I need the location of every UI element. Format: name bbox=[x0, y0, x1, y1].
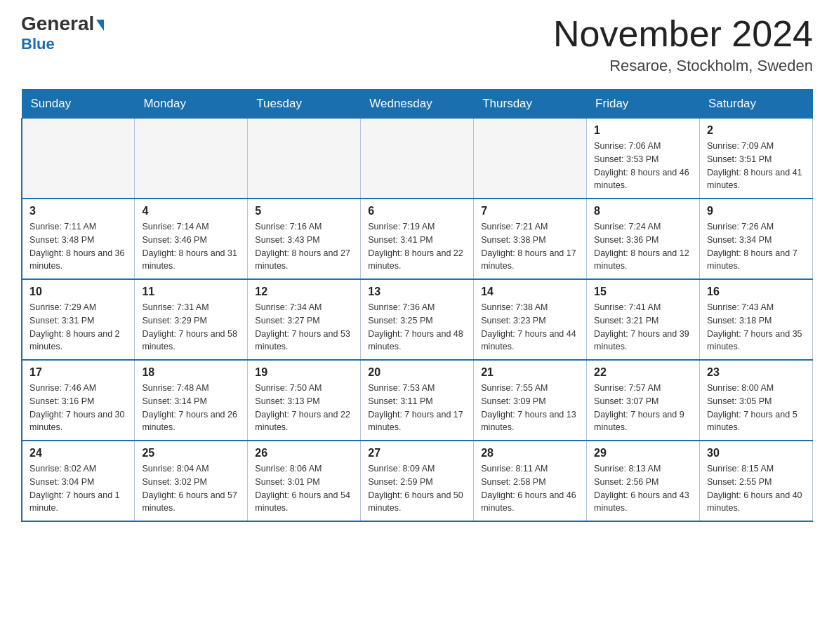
calendar-cell: 22Sunrise: 7:57 AM Sunset: 3:07 PM Dayli… bbox=[587, 360, 700, 441]
title-area: November 2024 Resaroe, Stockholm, Sweden bbox=[553, 14, 813, 75]
day-number: 30 bbox=[707, 447, 805, 459]
calendar-cell bbox=[248, 119, 361, 199]
day-info: Sunrise: 7:21 AM Sunset: 3:38 PM Dayligh… bbox=[481, 220, 579, 273]
calendar-cell: 11Sunrise: 7:31 AM Sunset: 3:29 PM Dayli… bbox=[135, 279, 248, 360]
day-number: 19 bbox=[255, 366, 353, 379]
day-number: 29 bbox=[594, 447, 692, 459]
day-info: Sunrise: 8:00 AM Sunset: 3:05 PM Dayligh… bbox=[707, 382, 805, 434]
day-info: Sunrise: 7:19 AM Sunset: 3:41 PM Dayligh… bbox=[368, 220, 466, 273]
day-number: 21 bbox=[481, 366, 579, 379]
day-number: 2 bbox=[707, 124, 805, 137]
day-number: 23 bbox=[707, 366, 805, 379]
calendar-table: Sunday Monday Tuesday Wednesday Thursday… bbox=[21, 89, 813, 522]
calendar-row-3: 17Sunrise: 7:46 AM Sunset: 3:16 PM Dayli… bbox=[22, 360, 813, 441]
header-row: Sunday Monday Tuesday Wednesday Thursday… bbox=[22, 90, 813, 119]
col-saturday: Saturday bbox=[700, 90, 813, 119]
logo-main-text: General bbox=[21, 14, 104, 34]
calendar-cell: 17Sunrise: 7:46 AM Sunset: 3:16 PM Dayli… bbox=[22, 360, 135, 441]
location-text: Resaroe, Stockholm, Sweden bbox=[553, 57, 813, 75]
calendar-cell: 7Sunrise: 7:21 AM Sunset: 3:38 PM Daylig… bbox=[474, 199, 587, 279]
day-info: Sunrise: 7:31 AM Sunset: 3:29 PM Dayligh… bbox=[142, 301, 240, 354]
day-number: 10 bbox=[29, 286, 127, 298]
calendar-cell bbox=[135, 119, 248, 199]
day-info: Sunrise: 7:50 AM Sunset: 3:13 PM Dayligh… bbox=[255, 382, 353, 434]
calendar-cell: 28Sunrise: 8:11 AM Sunset: 2:58 PM Dayli… bbox=[474, 441, 587, 521]
day-info: Sunrise: 7:34 AM Sunset: 3:27 PM Dayligh… bbox=[255, 301, 353, 354]
day-number: 13 bbox=[368, 286, 466, 298]
day-info: Sunrise: 7:55 AM Sunset: 3:09 PM Dayligh… bbox=[481, 382, 579, 434]
day-info: Sunrise: 7:24 AM Sunset: 3:36 PM Dayligh… bbox=[594, 220, 692, 273]
calendar-cell: 26Sunrise: 8:06 AM Sunset: 3:01 PM Dayli… bbox=[248, 441, 361, 521]
page-header: General Blue November 2024 Resaroe, Stoc… bbox=[21, 14, 813, 75]
day-info: Sunrise: 8:09 AM Sunset: 2:59 PM Dayligh… bbox=[368, 462, 466, 515]
calendar-header: Sunday Monday Tuesday Wednesday Thursday… bbox=[22, 90, 813, 119]
calendar-cell: 21Sunrise: 7:55 AM Sunset: 3:09 PM Dayli… bbox=[474, 360, 587, 441]
calendar-cell: 3Sunrise: 7:11 AM Sunset: 3:48 PM Daylig… bbox=[22, 199, 135, 279]
calendar-cell bbox=[474, 119, 587, 199]
day-number: 7 bbox=[481, 205, 579, 217]
day-number: 26 bbox=[255, 447, 353, 459]
col-sunday: Sunday bbox=[22, 90, 135, 119]
col-tuesday: Tuesday bbox=[248, 90, 361, 119]
day-number: 24 bbox=[29, 447, 127, 459]
day-info: Sunrise: 7:43 AM Sunset: 3:18 PM Dayligh… bbox=[707, 301, 805, 354]
logo: General Blue bbox=[21, 14, 104, 53]
calendar-cell: 1Sunrise: 7:06 AM Sunset: 3:53 PM Daylig… bbox=[587, 119, 700, 199]
calendar-row-2: 10Sunrise: 7:29 AM Sunset: 3:31 PM Dayli… bbox=[22, 279, 813, 360]
day-info: Sunrise: 8:04 AM Sunset: 3:02 PM Dayligh… bbox=[142, 462, 240, 515]
col-monday: Monday bbox=[135, 90, 248, 119]
calendar-cell: 30Sunrise: 8:15 AM Sunset: 2:55 PM Dayli… bbox=[700, 441, 813, 521]
day-info: Sunrise: 8:11 AM Sunset: 2:58 PM Dayligh… bbox=[481, 462, 579, 515]
day-number: 20 bbox=[368, 366, 466, 379]
day-info: Sunrise: 8:02 AM Sunset: 3:04 PM Dayligh… bbox=[29, 462, 127, 515]
day-info: Sunrise: 8:06 AM Sunset: 3:01 PM Dayligh… bbox=[255, 462, 353, 515]
calendar-cell: 25Sunrise: 8:04 AM Sunset: 3:02 PM Dayli… bbox=[135, 441, 248, 521]
day-info: Sunrise: 7:48 AM Sunset: 3:14 PM Dayligh… bbox=[142, 382, 240, 434]
calendar-cell: 12Sunrise: 7:34 AM Sunset: 3:27 PM Dayli… bbox=[248, 279, 361, 360]
day-info: Sunrise: 7:14 AM Sunset: 3:46 PM Dayligh… bbox=[142, 220, 240, 273]
day-number: 11 bbox=[142, 286, 240, 298]
day-number: 17 bbox=[29, 366, 127, 379]
calendar-row-1: 3Sunrise: 7:11 AM Sunset: 3:48 PM Daylig… bbox=[22, 199, 813, 279]
day-info: Sunrise: 7:53 AM Sunset: 3:11 PM Dayligh… bbox=[368, 382, 466, 434]
col-friday: Friday bbox=[587, 90, 700, 119]
calendar-cell: 18Sunrise: 7:48 AM Sunset: 3:14 PM Dayli… bbox=[135, 360, 248, 441]
calendar-cell: 13Sunrise: 7:36 AM Sunset: 3:25 PM Dayli… bbox=[361, 279, 474, 360]
calendar-cell: 27Sunrise: 8:09 AM Sunset: 2:59 PM Dayli… bbox=[361, 441, 474, 521]
day-number: 3 bbox=[29, 205, 127, 217]
day-number: 1 bbox=[594, 124, 692, 137]
day-number: 15 bbox=[594, 286, 692, 298]
calendar-cell: 10Sunrise: 7:29 AM Sunset: 3:31 PM Dayli… bbox=[22, 279, 135, 360]
day-info: Sunrise: 7:36 AM Sunset: 3:25 PM Dayligh… bbox=[368, 301, 466, 354]
calendar-cell: 2Sunrise: 7:09 AM Sunset: 3:51 PM Daylig… bbox=[700, 119, 813, 199]
day-number: 18 bbox=[142, 366, 240, 379]
day-info: Sunrise: 8:15 AM Sunset: 2:55 PM Dayligh… bbox=[707, 462, 805, 515]
day-info: Sunrise: 7:41 AM Sunset: 3:21 PM Dayligh… bbox=[594, 301, 692, 354]
calendar-cell: 4Sunrise: 7:14 AM Sunset: 3:46 PM Daylig… bbox=[135, 199, 248, 279]
calendar-cell: 23Sunrise: 8:00 AM Sunset: 3:05 PM Dayli… bbox=[700, 360, 813, 441]
calendar-cell: 6Sunrise: 7:19 AM Sunset: 3:41 PM Daylig… bbox=[361, 199, 474, 279]
day-number: 22 bbox=[594, 366, 692, 379]
calendar-row-4: 24Sunrise: 8:02 AM Sunset: 3:04 PM Dayli… bbox=[22, 441, 813, 521]
day-number: 5 bbox=[255, 205, 353, 217]
calendar-cell: 29Sunrise: 8:13 AM Sunset: 2:56 PM Dayli… bbox=[587, 441, 700, 521]
day-info: Sunrise: 7:38 AM Sunset: 3:23 PM Dayligh… bbox=[481, 301, 579, 354]
day-number: 9 bbox=[707, 205, 805, 217]
day-number: 14 bbox=[481, 286, 579, 298]
day-info: Sunrise: 7:09 AM Sunset: 3:51 PM Dayligh… bbox=[707, 140, 805, 192]
calendar-row-0: 1Sunrise: 7:06 AM Sunset: 3:53 PM Daylig… bbox=[22, 119, 813, 199]
calendar-cell bbox=[361, 119, 474, 199]
day-number: 8 bbox=[594, 205, 692, 217]
day-info: Sunrise: 7:16 AM Sunset: 3:43 PM Dayligh… bbox=[255, 220, 353, 273]
day-number: 27 bbox=[368, 447, 466, 459]
calendar-cell: 16Sunrise: 7:43 AM Sunset: 3:18 PM Dayli… bbox=[700, 279, 813, 360]
calendar-cell bbox=[22, 119, 135, 199]
day-info: Sunrise: 7:11 AM Sunset: 3:48 PM Dayligh… bbox=[29, 220, 127, 273]
calendar-cell: 15Sunrise: 7:41 AM Sunset: 3:21 PM Dayli… bbox=[587, 279, 700, 360]
logo-triangle-icon bbox=[96, 20, 104, 31]
month-title: November 2024 bbox=[553, 14, 813, 54]
day-info: Sunrise: 7:46 AM Sunset: 3:16 PM Dayligh… bbox=[29, 382, 127, 434]
day-number: 6 bbox=[368, 205, 466, 217]
calendar-cell: 24Sunrise: 8:02 AM Sunset: 3:04 PM Dayli… bbox=[22, 441, 135, 521]
logo-blue-text: Blue bbox=[21, 35, 55, 53]
